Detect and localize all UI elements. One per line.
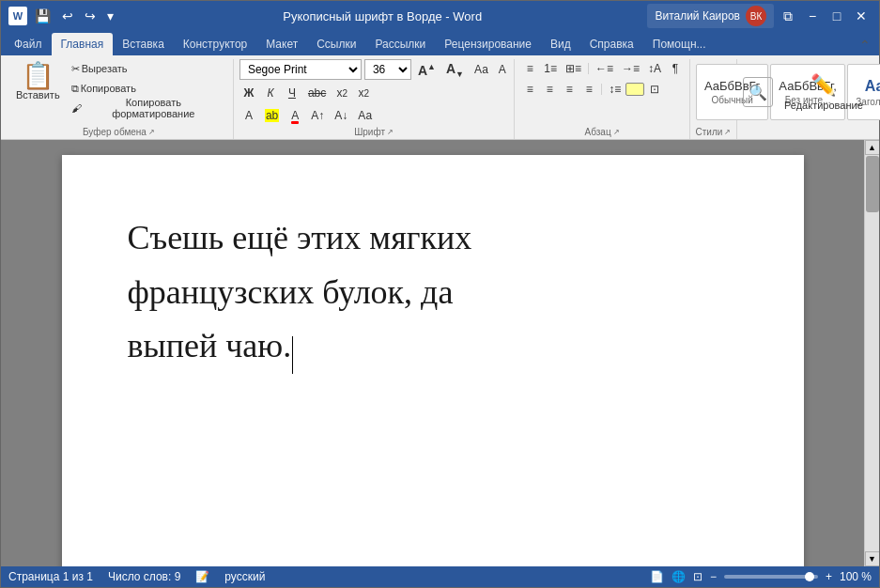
scroll-down-arrow[interactable]: ▼ <box>865 551 880 566</box>
copy-button[interactable]: ⧉ Копировать <box>68 79 227 98</box>
tab-insert[interactable]: Вставка <box>113 33 174 55</box>
sort-button[interactable]: ↕A <box>644 59 665 78</box>
justify-button[interactable]: ≡ <box>579 80 598 99</box>
align-center-button[interactable]: ≡ <box>540 80 559 99</box>
tab-assistant[interactable]: Помощн... <box>643 33 716 55</box>
clear-formatting-button[interactable]: А <box>495 59 510 80</box>
bold-button[interactable]: Ж <box>239 84 258 102</box>
change-case-btn2[interactable]: Аа <box>354 106 376 125</box>
increase-font-btn2[interactable]: A↑ <box>307 106 328 125</box>
title-bar: W 💾 ↩ ↪ ▾ Рукописный шрифт в Ворде - Wor… <box>1 1 879 31</box>
document-page[interactable]: Съешь ещё этих мягких французских булок,… <box>62 155 804 566</box>
zoom-level[interactable]: 100 % <box>840 570 872 583</box>
tab-help[interactable]: Справка <box>580 33 643 55</box>
user-profile[interactable]: Виталий Каиров ВК <box>647 4 774 28</box>
change-case-button[interactable]: Аа <box>471 59 492 80</box>
show-marks-button[interactable]: ¶ <box>666 59 685 78</box>
clipboard-small-buttons: ✂ Вырезать ⧉ Копировать 🖌 Копировать фор… <box>68 59 227 117</box>
save-button[interactable]: 💾 <box>31 7 54 25</box>
font-group-label: Шрифт ↗ <box>239 125 508 139</box>
format-painter-button[interactable]: 🖌 Копировать форматирование <box>68 99 227 117</box>
view-web-icon[interactable]: 🌐 <box>672 570 686 583</box>
page-count[interactable]: Страница 1 из 1 <box>8 570 93 583</box>
vertical-scrollbar: ▲ ▼ <box>864 140 879 566</box>
superscript-button[interactable]: x2 <box>354 84 373 102</box>
para-row-1: ≡ 1≡ ⊞≡ ←≡ →≡ ↕A ¶ <box>520 59 685 78</box>
numbering-button[interactable]: 1≡ <box>540 59 561 78</box>
line-spacing-button[interactable]: ↕≡ <box>605 80 625 99</box>
cut-button[interactable]: ✂ Вырезать <box>68 59 227 78</box>
clipboard-group: 📋 Вставить ✂ Вырезать ⧉ Копировать 🖌 Коп… <box>5 59 234 139</box>
shading-button[interactable] <box>625 83 644 96</box>
font-dialog-launcher[interactable]: ↗ <box>387 128 394 136</box>
language[interactable]: русский <box>224 570 265 583</box>
redo-button[interactable]: ↪ <box>81 7 100 25</box>
title-bar-left: W 💾 ↩ ↪ ▾ <box>8 7 117 25</box>
title-bar-right: Виталий Каиров ВК ⧉ − □ ✕ <box>647 4 872 28</box>
zoom-slider[interactable] <box>724 575 818 579</box>
search-icon: 🔍 <box>749 84 767 101</box>
increase-indent-button[interactable]: →≡ <box>618 59 643 78</box>
text-effects-button[interactable]: А <box>239 106 258 125</box>
layout-options-button[interactable]: ⧉ <box>778 6 798 26</box>
tab-view[interactable]: Вид <box>541 33 580 55</box>
highlight-color-button[interactable]: ab <box>261 106 283 125</box>
styles-group: АаБбВвГг Обычный АаБбВвГг, Без инте... А… <box>690 59 737 139</box>
clipboard-group-label: Буфер обмена ↗ <box>10 125 227 139</box>
editing-more-button[interactable]: ✏️ Редактирование <box>777 70 871 115</box>
scrollbar-track[interactable] <box>865 155 879 551</box>
multilevel-list-button[interactable]: ⊞≡ <box>562 59 585 78</box>
font-name-select[interactable]: Segoe Print <box>239 59 362 80</box>
search-button[interactable]: 🔍 <box>743 77 773 107</box>
font-row-3: А ab А A↑ A↓ Аа <box>239 106 376 125</box>
increase-font-button[interactable]: A▲ <box>414 59 440 80</box>
minimize-button[interactable]: − <box>802 6 823 26</box>
font-color-button[interactable]: А <box>286 106 304 125</box>
tab-review[interactable]: Рецензирование <box>435 33 541 55</box>
tab-layout[interactable]: Макет <box>256 33 307 55</box>
font-size-select[interactable]: 36 <box>364 59 411 80</box>
align-left-button[interactable]: ≡ <box>520 80 539 99</box>
paragraph-dialog-launcher[interactable]: ↗ <box>613 128 620 136</box>
subscript-button[interactable]: x2 <box>332 84 351 102</box>
view-print-icon[interactable]: 📄 <box>650 570 664 583</box>
font-group: Segoe Print 36 A▲ A▼ Аа А Ж К Ч abc x2 <box>234 59 515 139</box>
clipboard-dialog-launcher[interactable]: ↗ <box>148 128 155 136</box>
decrease-font-btn2[interactable]: A↓ <box>331 106 351 125</box>
customize-qat-button[interactable]: ▾ <box>103 7 117 25</box>
bullets-button[interactable]: ≡ <box>520 59 539 78</box>
close-button[interactable]: ✕ <box>851 6 872 26</box>
document-scroll[interactable]: Съешь ещё этих мягких французских булок,… <box>1 140 864 566</box>
editing-label: Редактирование <box>784 100 863 111</box>
paragraph-group-label: Абзац ↗ <box>520 125 684 139</box>
decrease-font-button[interactable]: A▼ <box>442 59 468 80</box>
tab-home[interactable]: Главная <box>52 33 114 55</box>
document-content[interactable]: Съешь ещё этих мягких французских булок,… <box>128 211 738 374</box>
italic-button[interactable]: К <box>261 84 280 102</box>
zoom-out-button[interactable]: − <box>710 570 717 583</box>
styles-dialog-launcher[interactable]: ↗ <box>724 128 731 136</box>
decrease-indent-button[interactable]: ←≡ <box>592 59 617 78</box>
user-name: Виталий Каиров <box>655 9 740 23</box>
tab-mailings[interactable]: Рассылки <box>365 33 435 55</box>
word-count[interactable]: Число слов: 9 <box>108 570 180 583</box>
align-right-button[interactable]: ≡ <box>560 80 579 99</box>
scroll-up-arrow[interactable]: ▲ <box>865 140 880 155</box>
tab-file[interactable]: Файл <box>5 33 52 55</box>
tab-references[interactable]: Ссылки <box>307 33 365 55</box>
borders-button[interactable]: ⊡ <box>645 80 664 99</box>
scrollbar-thumb[interactable] <box>866 156 879 212</box>
paste-button[interactable]: 📋 Вставить <box>10 59 66 104</box>
underline-button[interactable]: Ч <box>283 84 301 102</box>
focus-mode-icon[interactable]: ⊡ <box>693 570 702 583</box>
copy-label: Копировать <box>81 83 136 94</box>
proofing-icon[interactable]: 📝 <box>195 570 209 583</box>
tab-design[interactable]: Конструктор <box>174 33 256 55</box>
undo-button[interactable]: ↩ <box>58 7 77 25</box>
styles-group-label: Стили ↗ <box>696 125 731 139</box>
maximize-button[interactable]: □ <box>826 6 847 26</box>
zoom-thumb[interactable] <box>805 572 814 581</box>
ribbon-collapse-button[interactable]: ⌃ <box>855 35 875 55</box>
zoom-in-button[interactable]: + <box>826 570 832 583</box>
strikethrough-button[interactable]: abc <box>304 84 330 102</box>
